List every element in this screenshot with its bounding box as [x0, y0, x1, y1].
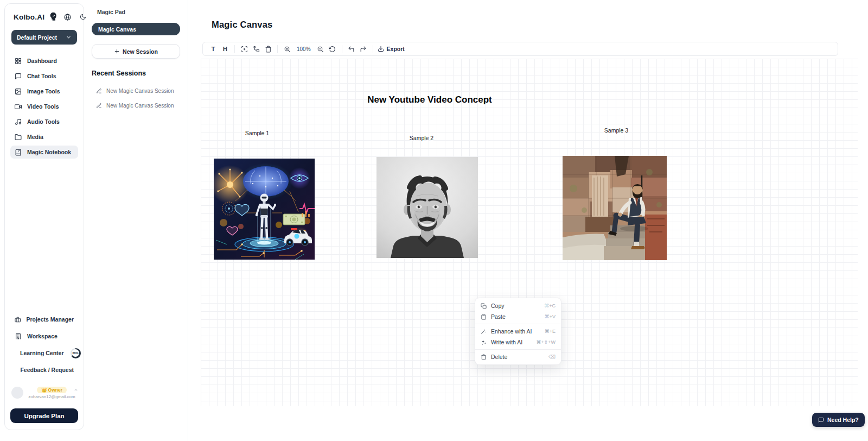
panel-item-magic-canvas[interactable]: Magic Canvas	[92, 23, 180, 35]
sidebar-item-projects-manager[interactable]: Projects Manager	[10, 313, 78, 326]
dashboard-icon	[15, 58, 22, 65]
upgrade-plan-button[interactable]: Upgrade Plan	[10, 408, 78, 423]
sidebar-footer: Projects Manager Workspace Learning Cent…	[10, 313, 78, 423]
need-help-label: Need Help?	[827, 417, 859, 423]
sidebar-item-label: Learning Center	[20, 350, 64, 356]
clipboard-icon	[481, 314, 487, 320]
download-icon	[378, 46, 384, 52]
context-menu-item-write-ai[interactable]: Write with AI ⌘+⇧+W	[475, 337, 561, 348]
context-menu-divider	[475, 324, 561, 324]
context-menu-item-delete[interactable]: Delete ⌫	[475, 351, 561, 362]
chat-bubble-icon	[15, 73, 22, 80]
session-list-item[interactable]: New Magic Canvas Session	[91, 84, 181, 98]
sparkles-icon	[481, 339, 487, 345]
sidebar-item-video-tools[interactable]: Video Tools	[10, 100, 78, 113]
context-menu-item-enhance-ai[interactable]: Enhance with AI ⌘+E	[475, 326, 561, 337]
dark-mode-moon-icon[interactable]	[80, 14, 86, 20]
learning-progress-value: 66%	[72, 349, 80, 357]
canvas-image-ruins[interactable]	[563, 156, 667, 260]
reset-view-button[interactable]	[327, 43, 339, 54]
sidebar-item-dashboard[interactable]: Dashboard	[10, 54, 78, 67]
sidebar-item-label: Media	[27, 134, 43, 140]
magic-canvas-label: Magic Canvas	[98, 26, 136, 33]
sidebar-item-media[interactable]: Media	[10, 130, 78, 143]
canvas-sample-label-3[interactable]: Sample 3	[604, 127, 628, 134]
context-menu-shortcut: ⌫	[548, 354, 556, 360]
context-menu-shortcut: ⌘+⇧+W	[536, 339, 556, 345]
context-menu-label: Write with AI	[491, 339, 532, 345]
copy-icon	[481, 303, 487, 309]
export-button[interactable]: Export	[378, 46, 405, 52]
primary-sidebar: Kolbo.AI Default Project Dashboard Chat …	[4, 3, 84, 430]
toolbar-divider	[342, 45, 342, 53]
sidebar-item-label: Magic Notebook	[27, 149, 71, 155]
redo-button[interactable]	[358, 43, 369, 54]
select-scan-tool-button[interactable]	[238, 43, 250, 54]
sidebar-item-label: Projects Manager	[26, 316, 74, 323]
project-selector[interactable]: Default Project	[11, 30, 77, 45]
notebook-pen-icon	[15, 149, 22, 156]
recent-sessions-heading: Recent Sessions	[92, 70, 180, 77]
text-tool-button[interactable]: T	[207, 43, 219, 54]
briefcase-icon	[15, 316, 21, 323]
export-label: Export	[387, 46, 405, 52]
magic-notebook-panel: Magic Pad Magic Canvas New Session Recen…	[84, 0, 188, 441]
main-area: Magic Canvas T H 100%	[188, 0, 868, 441]
language-globe-icon[interactable]	[64, 14, 71, 21]
undo-button[interactable]	[346, 43, 358, 54]
user-account-row[interactable]: 👑 Owner zoharvan12@gmail.com	[11, 387, 77, 399]
session-list-item[interactable]: New Magic Canvas Session	[91, 98, 181, 113]
canvas-sample-label-1[interactable]: Sample 1	[245, 130, 269, 136]
avatar	[11, 387, 23, 399]
zoom-out-button[interactable]	[315, 43, 327, 54]
sidebar-item-label: Feedback / Request	[20, 367, 74, 373]
sidebar-nav: Dashboard Chat Tools Image Tools Video T…	[10, 54, 78, 159]
zoom-in-button[interactable]	[281, 43, 293, 54]
sidebar-item-label: Video Tools	[27, 103, 59, 110]
owner-badge: 👑 Owner	[37, 387, 67, 393]
sidebar-item-label: Workspace	[27, 333, 58, 339]
new-session-button[interactable]: New Session	[92, 44, 180, 59]
context-menu-label: Copy	[491, 303, 540, 309]
sidebar-item-feedback[interactable]: Feedback / Request	[10, 363, 78, 376]
canvas-image-ai-collage[interactable]: ¥	[214, 159, 315, 260]
context-menu-shortcut: ⌘+C	[544, 303, 556, 308]
page-title: Magic Canvas	[212, 20, 272, 30]
canvas-image-portrait[interactable]	[376, 157, 478, 258]
sidebar-item-workspace[interactable]: Workspace	[10, 330, 78, 343]
sidebar-item-image-tools[interactable]: Image Tools	[10, 85, 78, 98]
sidebar-item-label: Audio Tools	[27, 118, 60, 125]
sidebar-item-audio-tools[interactable]: Audio Tools	[10, 115, 78, 128]
owner-badge-label: Owner	[48, 387, 62, 393]
zoom-level: 100%	[293, 46, 315, 52]
need-help-button[interactable]: Need Help?	[812, 413, 865, 427]
toolbar-divider	[234, 45, 235, 53]
folder-icon	[15, 134, 22, 141]
context-menu-divider	[475, 349, 561, 350]
heading-tool-button[interactable]: H	[219, 43, 231, 54]
canvas-heading-text[interactable]: New Youtube Video Concept	[367, 94, 492, 105]
delete-tool-button[interactable]	[262, 43, 274, 54]
magic-wand-icon	[481, 329, 487, 335]
sidebar-item-chat-tools[interactable]: Chat Tools	[10, 70, 78, 83]
context-menu-label: Paste	[491, 313, 540, 320]
context-menu-item-paste[interactable]: Paste ⌘+V	[475, 311, 561, 322]
panel-item-magic-pad[interactable]: Magic Pad	[91, 8, 181, 15]
music-note-icon	[15, 118, 22, 125]
new-session-label: New Session	[123, 48, 158, 55]
sidebar-item-magic-notebook[interactable]: Magic Notebook	[10, 146, 78, 159]
toolbar-divider	[373, 45, 373, 53]
plus-icon	[114, 48, 120, 54]
pencil-icon	[96, 88, 102, 94]
help-chat-icon	[818, 417, 824, 423]
sidebar-item-learning-center[interactable]: Learning Center 66%	[10, 346, 78, 360]
user-email: zoharvan12@gmail.com	[28, 394, 75, 399]
video-camera-icon	[15, 103, 22, 110]
toolbar-divider	[277, 45, 278, 53]
project-selector-label: Default Project	[17, 34, 57, 41]
user-menu-chevron-icon[interactable]	[74, 388, 78, 392]
canvas-sample-label-2[interactable]: Sample 2	[410, 135, 433, 141]
context-menu-item-copy[interactable]: Copy ⌘+C	[475, 300, 561, 311]
connector-tool-button[interactable]	[250, 43, 262, 54]
context-menu-shortcut: ⌘+E	[545, 329, 556, 334]
